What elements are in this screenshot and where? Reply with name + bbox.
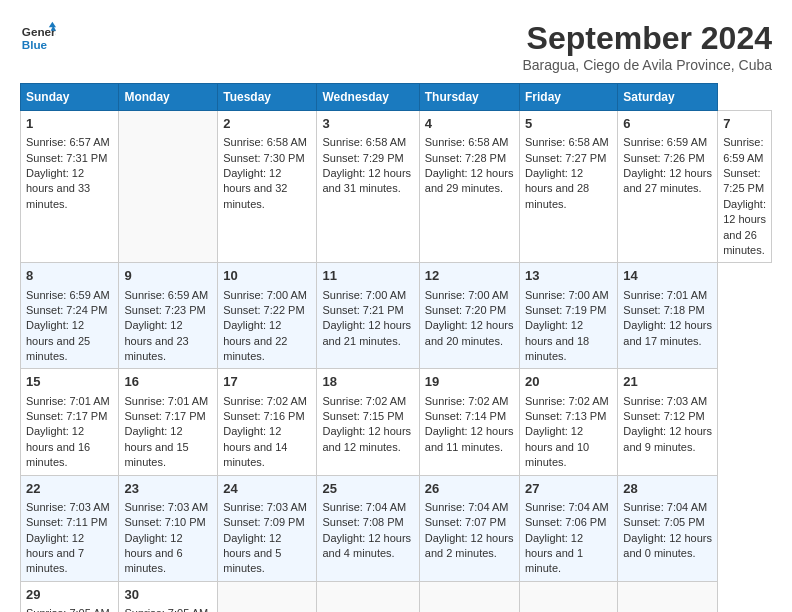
table-row: 26Sunrise: 7:04 AMSunset: 7:07 PMDayligh… (419, 475, 519, 581)
table-row: 27Sunrise: 7:04 AMSunset: 7:06 PMDayligh… (520, 475, 618, 581)
table-row: 15Sunrise: 7:01 AMSunset: 7:17 PMDayligh… (21, 369, 119, 475)
col-tuesday: Tuesday (218, 84, 317, 111)
title-block: September 2024 Baragua, Ciego de Avila P… (522, 20, 772, 73)
table-row: 3Sunrise: 6:58 AMSunset: 7:29 PMDaylight… (317, 111, 419, 263)
table-row: 7Sunrise: 6:59 AMSunset: 7:25 PMDaylight… (718, 111, 772, 263)
table-row: 17Sunrise: 7:02 AMSunset: 7:16 PMDayligh… (218, 369, 317, 475)
table-row: 24Sunrise: 7:03 AMSunset: 7:09 PMDayligh… (218, 475, 317, 581)
calendar-header: General Blue September 2024 Baragua, Cie… (20, 20, 772, 73)
table-row: 18Sunrise: 7:02 AMSunset: 7:15 PMDayligh… (317, 369, 419, 475)
table-row: 25Sunrise: 7:04 AMSunset: 7:08 PMDayligh… (317, 475, 419, 581)
col-sunday: Sunday (21, 84, 119, 111)
table-row: 5Sunrise: 6:58 AMSunset: 7:27 PMDaylight… (520, 111, 618, 263)
calendar-table: Sunday Monday Tuesday Wednesday Thursday… (20, 83, 772, 612)
table-row: 28Sunrise: 7:04 AMSunset: 7:05 PMDayligh… (618, 475, 718, 581)
table-row: 10Sunrise: 7:00 AMSunset: 7:22 PMDayligh… (218, 263, 317, 369)
col-thursday: Thursday (419, 84, 519, 111)
table-row (520, 581, 618, 612)
table-row: 8Sunrise: 6:59 AMSunset: 7:24 PMDaylight… (21, 263, 119, 369)
table-row (218, 581, 317, 612)
table-row (119, 111, 218, 263)
logo-icon: General Blue (20, 20, 56, 56)
col-monday: Monday (119, 84, 218, 111)
table-row (317, 581, 419, 612)
table-row: 13Sunrise: 7:00 AMSunset: 7:19 PMDayligh… (520, 263, 618, 369)
table-row (618, 581, 718, 612)
svg-text:Blue: Blue (22, 38, 48, 51)
table-row: 6Sunrise: 6:59 AMSunset: 7:26 PMDaylight… (618, 111, 718, 263)
location-subtitle: Baragua, Ciego de Avila Province, Cuba (522, 57, 772, 73)
table-row: 9Sunrise: 6:59 AMSunset: 7:23 PMDaylight… (119, 263, 218, 369)
col-friday: Friday (520, 84, 618, 111)
table-row: 11Sunrise: 7:00 AMSunset: 7:21 PMDayligh… (317, 263, 419, 369)
table-row: 4Sunrise: 6:58 AMSunset: 7:28 PMDaylight… (419, 111, 519, 263)
col-saturday: Saturday (618, 84, 718, 111)
table-row: 16Sunrise: 7:01 AMSunset: 7:17 PMDayligh… (119, 369, 218, 475)
table-row: 29Sunrise: 7:05 AMSunset: 7:04 PMDayligh… (21, 581, 119, 612)
table-row: 23Sunrise: 7:03 AMSunset: 7:10 PMDayligh… (119, 475, 218, 581)
table-row: 20Sunrise: 7:02 AMSunset: 7:13 PMDayligh… (520, 369, 618, 475)
table-row (419, 581, 519, 612)
table-row: 12Sunrise: 7:00 AMSunset: 7:20 PMDayligh… (419, 263, 519, 369)
table-row: 21Sunrise: 7:03 AMSunset: 7:12 PMDayligh… (618, 369, 718, 475)
logo: General Blue (20, 20, 56, 56)
table-row: 14Sunrise: 7:01 AMSunset: 7:18 PMDayligh… (618, 263, 718, 369)
table-row: 1Sunrise: 6:57 AMSunset: 7:31 PMDaylight… (21, 111, 119, 263)
col-wednesday: Wednesday (317, 84, 419, 111)
table-row: 19Sunrise: 7:02 AMSunset: 7:14 PMDayligh… (419, 369, 519, 475)
month-title: September 2024 (522, 20, 772, 57)
table-row: 30Sunrise: 7:05 AMSunset: 7:03 PMDayligh… (119, 581, 218, 612)
header-row: Sunday Monday Tuesday Wednesday Thursday… (21, 84, 772, 111)
table-row: 2Sunrise: 6:58 AMSunset: 7:30 PMDaylight… (218, 111, 317, 263)
table-row: 22Sunrise: 7:03 AMSunset: 7:11 PMDayligh… (21, 475, 119, 581)
